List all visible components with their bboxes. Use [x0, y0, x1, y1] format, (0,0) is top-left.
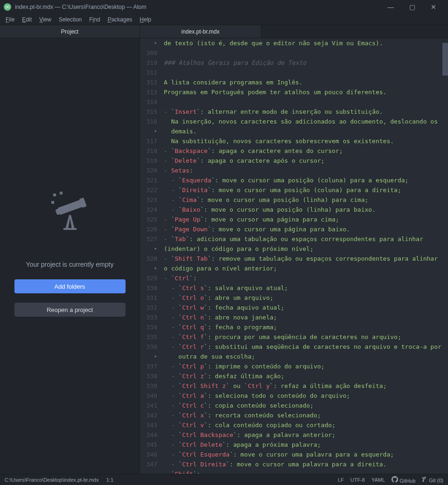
status-file-path[interactable]: C:\Users\Franco\Desktop\index.pt-br.mdx — [5, 477, 99, 483]
empty-project-panel: Your project is currently empty Add fold… — [0, 38, 140, 474]
code-line[interactable]: - `Ctrl Backspace`: apaga a palavra ante… — [164, 430, 448, 440]
vertical-scrollbar[interactable] — [442, 43, 448, 76]
code-line[interactable]: - `Ctrl v`: cola conteúdo copiado ou cor… — [164, 420, 448, 430]
editor-tab-active[interactable]: index.pt-br.mdx — [140, 25, 261, 38]
workspace: Project Your project is currently empty … — [0, 25, 448, 474]
code-line[interactable]: - `Page Down`: move o cursor uma página … — [164, 224, 448, 234]
svg-rect-4 — [60, 192, 63, 194]
tree-view-sidebar: Project Your project is currently empty … — [0, 25, 140, 474]
tab-bar: index.pt-br.mdx — [140, 25, 448, 38]
code-line[interactable]: - `Ctrl o`: abre um arquivo; — [164, 293, 448, 303]
maximize-button[interactable]: ▢ — [401, 0, 423, 14]
code-line[interactable]: A lista considera programas em Inglês. — [164, 77, 448, 87]
code-line[interactable]: - `Ctrl Shift z` ou `Ctrl y`: refaz a úl… — [164, 381, 448, 391]
code-line[interactable]: - `Ctrl Delete`: apaga a próxima palavra… — [164, 440, 448, 450]
menubar: File Edit View Selection Find Packages H… — [0, 14, 448, 25]
status-git[interactable]: Git (0) — [422, 477, 443, 483]
code-line[interactable]: - `Ctrl z`: desfaz última ação; — [164, 371, 448, 381]
code-line[interactable]: de texto (isto é, desde que o editor não… — [164, 38, 448, 48]
code-line[interactable]: ### Atalhos Gerais para Edição de Texto — [164, 58, 448, 68]
code-line[interactable]: - `Ctrl a`: seleciona todo o conteúdo do… — [164, 391, 448, 401]
code-line[interactable]: - `Ctrl r`: substitui uma seqüência de c… — [164, 342, 448, 352]
menu-file[interactable]: File — [2, 14, 18, 25]
github-icon — [392, 476, 398, 483]
menu-find[interactable]: Find — [85, 14, 104, 25]
menu-view[interactable]: View — [35, 14, 55, 25]
code-line[interactable]: - `Ctrl n`: abre nova janela; — [164, 312, 448, 322]
code-line[interactable]: - `Ctrl s`: salva arquivo atual; — [164, 283, 448, 293]
svg-marker-9 — [65, 215, 75, 229]
code-line[interactable]: - `Ctrl p`: imprime o conteúdo do arquiv… — [164, 361, 448, 371]
titlebar: index.pt-br.mdx — C:\Users\Franco\Deskto… — [0, 0, 448, 14]
minimize-button[interactable]: — — [380, 0, 401, 14]
code-line[interactable]: - `Ctrl Esquerda`: move o cursor uma pal… — [164, 450, 448, 459]
code-content[interactable]: de texto (isto é, desde que o editor não… — [161, 38, 448, 474]
empty-message: Your project is currently empty — [26, 261, 114, 268]
code-line[interactable]: - `Esquerda`: move o cursor uma posição … — [164, 175, 448, 185]
menu-help[interactable]: Help — [136, 14, 155, 25]
code-line[interactable]: - `Tab`: adiciona uma tabulação ou espaç… — [164, 234, 448, 244]
editor-pane: index.pt-br.mdx •30931031131231331431531… — [140, 25, 448, 474]
svg-rect-5 — [51, 201, 54, 204]
status-encoding[interactable]: UTF-8 — [350, 477, 365, 483]
status-line-ending[interactable]: LF — [338, 477, 344, 483]
code-line[interactable]: outra de sua escolha; — [164, 352, 448, 361]
svg-point-0 — [7, 7, 8, 7]
window-title: index.pt-br.mdx — C:\Users\Franco\Deskto… — [15, 4, 380, 10]
svg-rect-3 — [53, 194, 56, 196]
code-line[interactable]: o código para o nível anterior; — [164, 263, 448, 273]
status-grammar[interactable]: YAML — [371, 477, 385, 483]
telescope-icon — [47, 186, 93, 233]
code-line[interactable]: `Shift`: — [164, 469, 448, 474]
atom-logo-icon — [4, 3, 11, 11]
reopen-project-button[interactable]: Reopen a project — [14, 303, 126, 317]
code-line[interactable]: - `Ctrl x`: recorta conteúdo selecionado… — [164, 410, 448, 420]
code-line[interactable]: - `Ctrl Direita`: move o cursor uma pala… — [164, 459, 448, 469]
code-line[interactable]: - `Direita`: move o cursor uma posição (… — [164, 185, 448, 195]
git-label: Git (0) — [429, 478, 443, 483]
code-line[interactable]: - `Insert`: alternar entre modo de inser… — [164, 107, 448, 117]
code-line[interactable]: - `Shift Tab`: remove uma tabulação ou e… — [164, 254, 448, 263]
code-line[interactable]: (indentar) o código para o próximo nível… — [164, 244, 448, 254]
code-line[interactable]: - `Cima`: move o cursor uma posição (lin… — [164, 195, 448, 205]
close-button[interactable]: ✕ — [423, 0, 444, 14]
code-line[interactable]: - `Backspace`: apaga o caractere antes d… — [164, 146, 448, 156]
line-gutter: •309310311312313314315316•31731831932032… — [140, 38, 161, 474]
code-line[interactable]: Programas em Português podem ter atalhos… — [164, 87, 448, 97]
window-controls: — ▢ ✕ — [380, 0, 444, 14]
text-editor[interactable]: •309310311312313314315316•31731831932032… — [140, 38, 448, 474]
code-line[interactable]: - `Ctrl`: — [164, 273, 448, 283]
code-line[interactable]: - `Delete`: apaga o caractere após o cur… — [164, 156, 448, 166]
status-bar: C:\Users\Franco\Desktop\index.pt-br.mdx … — [0, 474, 448, 485]
git-branch-icon — [422, 477, 427, 482]
code-line[interactable]: Na substituição, novos caracteres sobres… — [164, 136, 448, 146]
menu-packages[interactable]: Packages — [104, 14, 136, 25]
code-line[interactable]: - Setas: — [164, 166, 448, 175]
code-line[interactable]: demais. — [164, 126, 448, 136]
github-label: GitHub — [399, 478, 415, 484]
code-line[interactable] — [164, 97, 448, 107]
code-line[interactable] — [164, 68, 448, 77]
add-folders-button[interactable]: Add folders — [14, 279, 126, 293]
svg-rect-6 — [57, 199, 84, 215]
code-line[interactable]: - `Page Up`: move o cursor uma página pa… — [164, 215, 448, 224]
svg-rect-10 — [63, 228, 77, 230]
code-line[interactable] — [164, 48, 448, 58]
status-cursor-position[interactable]: 1:1 — [106, 477, 113, 483]
code-line[interactable]: Na inserção, novos caracteres são adicio… — [164, 117, 448, 126]
menu-edit[interactable]: Edit — [18, 14, 35, 25]
code-line[interactable]: - `Ctrl c`: copia conteúdo selecionado; — [164, 401, 448, 410]
code-line[interactable]: - `Ctrl w`: fecha aquivo atual; — [164, 303, 448, 312]
sidebar-tab[interactable]: Project — [0, 25, 140, 38]
code-line[interactable]: - `Ctrl q`: fecha o programa; — [164, 322, 448, 332]
status-github[interactable]: GitHub — [392, 476, 415, 484]
code-line[interactable]: - `Ctrl f`: procura por uma seqüência de… — [164, 332, 448, 342]
menu-selection[interactable]: Selection — [55, 14, 85, 25]
code-line[interactable]: - `Baixo`: move o cursor uma posição (li… — [164, 205, 448, 215]
